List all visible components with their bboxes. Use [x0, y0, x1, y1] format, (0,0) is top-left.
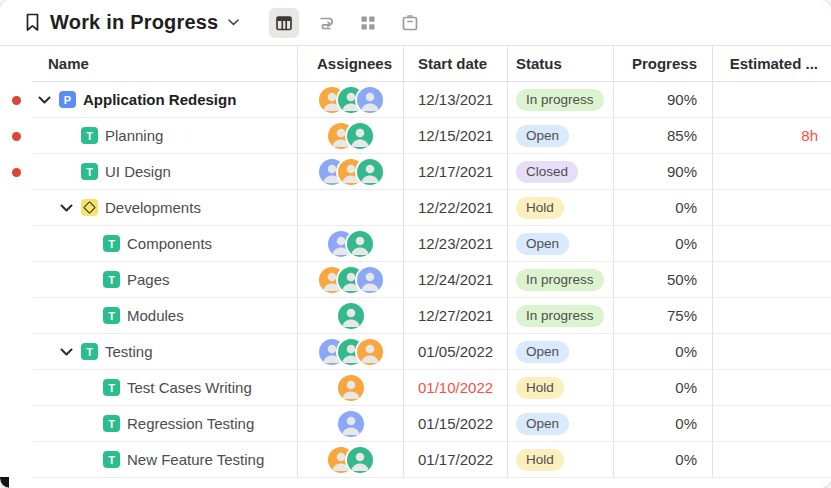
- start-date-cell[interactable]: 01/15/2022: [403, 406, 507, 442]
- estimated-cell[interactable]: [712, 406, 831, 442]
- start-date-cell[interactable]: 01/17/2022: [403, 442, 507, 478]
- start-date-cell[interactable]: 12/15/2021: [403, 118, 507, 154]
- start-date-cell[interactable]: 01/10/2022: [403, 370, 507, 406]
- status-pill[interactable]: In progress: [516, 89, 604, 111]
- progress-cell[interactable]: 90%: [613, 154, 712, 190]
- column-header-name[interactable]: Name: [33, 46, 297, 82]
- progress-cell[interactable]: 0%: [613, 370, 712, 406]
- assignees-cell[interactable]: [297, 262, 403, 298]
- estimated-cell[interactable]: [712, 226, 831, 262]
- name-cell[interactable]: T Regression Testing: [33, 406, 297, 442]
- start-date-cell[interactable]: 12/17/2021: [403, 154, 507, 190]
- status-pill[interactable]: Open: [516, 413, 569, 435]
- status-cell[interactable]: Open: [507, 226, 613, 262]
- progress-cell[interactable]: 0%: [613, 334, 712, 370]
- assignees-cell[interactable]: [297, 118, 403, 154]
- name-cell[interactable]: T Modules: [33, 298, 297, 334]
- avatar-green[interactable]: [338, 303, 364, 329]
- name-cell[interactable]: T Planning: [33, 118, 297, 154]
- progress-cell[interactable]: 0%: [613, 442, 712, 478]
- task-name[interactable]: Components: [127, 235, 212, 252]
- avatar-blue[interactable]: [357, 267, 383, 293]
- status-pill[interactable]: Hold: [516, 449, 564, 471]
- status-cell[interactable]: In progress: [507, 82, 613, 118]
- assignees-cell[interactable]: [297, 298, 403, 334]
- task-name[interactable]: UI Design: [105, 163, 171, 180]
- start-date-cell[interactable]: 12/27/2021: [403, 298, 507, 334]
- board-view-button[interactable]: [353, 8, 383, 38]
- status-cell[interactable]: In progress: [507, 262, 613, 298]
- start-date-cell[interactable]: 12/13/2021: [403, 82, 507, 118]
- status-pill[interactable]: In progress: [516, 269, 604, 291]
- status-cell[interactable]: Open: [507, 118, 613, 154]
- assignees-cell[interactable]: [297, 442, 403, 478]
- expand-chevron-icon[interactable]: [60, 204, 81, 212]
- estimated-cell[interactable]: [712, 298, 831, 334]
- progress-cell[interactable]: 0%: [613, 406, 712, 442]
- bookmark-icon[interactable]: [25, 13, 40, 32]
- avatar-orange[interactable]: [338, 375, 364, 401]
- task-name[interactable]: Developments: [105, 199, 201, 216]
- assignees-cell[interactable]: [297, 334, 403, 370]
- assignees-cell[interactable]: [297, 226, 403, 262]
- task-name[interactable]: Testing: [105, 343, 153, 360]
- avatar-green[interactable]: [347, 123, 373, 149]
- task-name[interactable]: Regression Testing: [127, 415, 254, 432]
- column-header-status[interactable]: Status: [507, 46, 613, 82]
- status-cell[interactable]: Hold: [507, 442, 613, 478]
- status-cell[interactable]: Closed: [507, 154, 613, 190]
- status-pill[interactable]: Open: [516, 341, 569, 363]
- start-date-cell[interactable]: 01/05/2022: [403, 334, 507, 370]
- assignees-cell[interactable]: [297, 370, 403, 406]
- estimated-cell[interactable]: [712, 370, 831, 406]
- table-view-button[interactable]: [269, 8, 299, 38]
- progress-cell[interactable]: 90%: [613, 82, 712, 118]
- status-pill[interactable]: Hold: [516, 377, 564, 399]
- expand-chevron-icon[interactable]: [38, 96, 59, 104]
- expand-chevron-icon[interactable]: [60, 348, 81, 356]
- avatar-blue[interactable]: [338, 411, 364, 437]
- avatar-blue[interactable]: [357, 87, 383, 113]
- task-name[interactable]: Application Redesign: [83, 91, 236, 108]
- start-date-cell[interactable]: 12/24/2021: [403, 262, 507, 298]
- avatar-green[interactable]: [347, 447, 373, 473]
- assignees-cell[interactable]: [297, 190, 403, 226]
- status-cell[interactable]: Open: [507, 406, 613, 442]
- column-header-estimated[interactable]: Estimated ...: [712, 46, 831, 82]
- task-name[interactable]: Pages: [127, 271, 170, 288]
- progress-cell[interactable]: 0%: [613, 226, 712, 262]
- column-header-assignees[interactable]: Assignees: [297, 46, 403, 82]
- status-pill[interactable]: In progress: [516, 305, 604, 327]
- estimated-cell[interactable]: 8h: [712, 118, 831, 154]
- name-cell[interactable]: T Components: [33, 226, 297, 262]
- status-pill[interactable]: Closed: [516, 161, 578, 183]
- task-name[interactable]: Modules: [127, 307, 184, 324]
- start-date-cell[interactable]: 12/23/2021: [403, 226, 507, 262]
- estimated-cell[interactable]: [712, 334, 831, 370]
- avatar-orange[interactable]: [357, 339, 383, 365]
- name-cell[interactable]: T UI Design: [33, 154, 297, 190]
- task-name[interactable]: Test Cases Writing: [127, 379, 252, 396]
- task-name[interactable]: New Feature Testing: [127, 451, 264, 468]
- status-cell[interactable]: Open: [507, 334, 613, 370]
- status-pill[interactable]: Hold: [516, 197, 564, 219]
- progress-cell[interactable]: 50%: [613, 262, 712, 298]
- name-cell[interactable]: T New Feature Testing: [33, 442, 297, 478]
- name-cell[interactable]: P Application Redesign: [33, 82, 297, 118]
- avatar-green[interactable]: [357, 159, 383, 185]
- status-pill[interactable]: Open: [516, 233, 569, 255]
- name-cell[interactable]: Developments: [33, 190, 297, 226]
- column-header-start-date[interactable]: Start date: [403, 46, 507, 82]
- name-cell[interactable]: T Testing: [33, 334, 297, 370]
- avatar-green[interactable]: [347, 231, 373, 257]
- progress-cell[interactable]: 75%: [613, 298, 712, 334]
- estimated-cell[interactable]: [712, 154, 831, 190]
- estimated-cell[interactable]: [712, 442, 831, 478]
- task-name[interactable]: Planning: [105, 127, 163, 144]
- column-header-progress[interactable]: Progress: [613, 46, 712, 82]
- status-pill[interactable]: Open: [516, 125, 569, 147]
- assignees-cell[interactable]: [297, 406, 403, 442]
- estimated-cell[interactable]: [712, 262, 831, 298]
- status-cell[interactable]: In progress: [507, 298, 613, 334]
- status-cell[interactable]: Hold: [507, 190, 613, 226]
